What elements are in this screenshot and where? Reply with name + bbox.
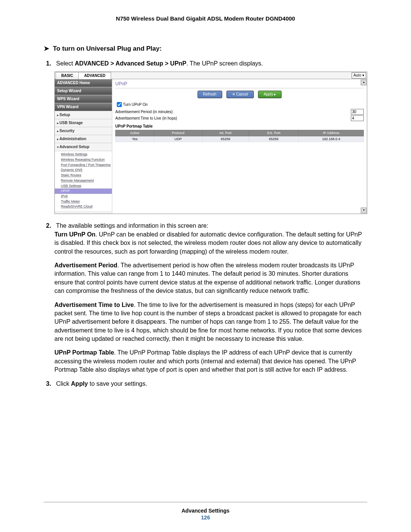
arrow-icon: ➤ [44,45,49,53]
step-number: 3. [46,380,54,388]
step-1: 1. Select ADVANCED > Advanced Setup > UP… [54,59,367,214]
router-ui-screenshot: BASIC ADVANCED Auto ▾ ADVANCED Home Setu… [54,72,367,214]
adv-ttl-term: Advertisement Time to Live [54,302,134,308]
th-protocol: Protocol [154,130,202,136]
tab-bar: BASIC ADVANCED Auto ▾ [55,72,367,79]
portmap-table: Active Protocol Int. Port Ext. Port IP A… [115,130,364,142]
portmap-title: UPnP Portmap Table [115,124,364,129]
adv-period-row: Advertisement Period (in minutes) [115,109,364,115]
subitem-dynamic-dns[interactable]: Dynamic DNS [61,168,112,173]
task-heading: ➤To turn on Universal Plug and Play: [44,45,367,53]
subitem-wireless-settings[interactable]: Wireless Settings [61,152,112,157]
turn-upnp-on-label: Turn UPnP On [123,102,148,107]
adv-ttl-row: Advertisement Time to Live (in hops) [115,115,364,121]
sidebar-wps-wizard[interactable]: WPS Wizard [55,95,112,103]
th-ext-port: Ext. Port [249,130,299,136]
step1-path: ADVANCED > Advanced Setup > UPnP [75,60,186,67]
step-number: 1. [46,59,54,68]
subitem-wireless-repeating[interactable]: Wireless Repeating Function [61,157,112,163]
task-heading-text: To turn on Universal Plug and Play: [53,45,162,52]
subitem-port-forwarding[interactable]: Port Forwarding / Port Triggering [61,163,112,168]
subitem-static-routes[interactable]: Static Routes [61,173,112,178]
sidebar-setup-wizard[interactable]: Setup Wizard [55,87,112,95]
sidebar-usb-storage[interactable]: USB Storage [55,119,112,127]
action-bar: Refresh ✕ Cancel Apply ▸ [115,88,364,101]
turn-upnp-on-desc: . UPnP can be enabled or disabled for au… [54,231,362,255]
turn-upnp-on-row: Turn UPnP On [115,101,364,109]
refresh-button[interactable]: Refresh [198,91,222,98]
sidebar-security[interactable]: Security [55,127,112,135]
step1-suffix: . The UPnP screen displays. [186,60,263,67]
step2-intro: The available settings and information i… [56,222,208,229]
adv-ttl-input[interactable] [351,115,364,121]
content-pane: ▴ ▾ UPnP Refresh ✕ Cancel Apply ▸ Turn U… [112,79,367,214]
step-2: 2. The available settings and informatio… [54,222,367,374]
turn-upnp-on-term: Turn UPnP On [54,231,96,238]
td-protocol: UDP [154,136,202,142]
subitem-usb-settings[interactable]: USB Settings [61,184,112,189]
sidebar-advanced-home[interactable]: ADVANCED Home [55,79,112,87]
tab-advanced[interactable]: ADVANCED [79,72,111,79]
adv-ttl-label: Advertisement Time to Live (in hops) [115,116,177,121]
th-int-port: Int. Port [202,130,249,136]
subitem-traffic-meter[interactable]: Traffic Meter [61,199,112,204]
turn-upnp-on-checkbox[interactable] [117,102,122,107]
adv-period-input[interactable] [351,109,364,115]
content-title: UPnP [115,80,364,88]
sidebar-advanced-setup[interactable]: Advanced Setup [55,143,112,151]
step-3: 3. Click Apply to save your settings. [54,380,367,388]
table-row: Yes UDP 65258 65258 192.168.0.4 [116,136,364,142]
portmap-term: UPnP Portmap Table [54,349,114,356]
apply-button[interactable]: Apply ▸ [258,91,282,98]
adv-period-term: Advertisement Period [54,262,117,268]
subitem-ipv6[interactable]: IPv6 [61,194,112,199]
subitem-readyshare[interactable]: ReadySHARE Cloud [61,204,112,209]
th-active: Active [116,130,154,136]
scroll-up-icon[interactable]: ▴ [361,80,366,85]
step-number: 2. [46,222,54,230]
sidebar-subitems: Wireless Settings Wireless Repeating Fun… [55,151,112,211]
sidebar-vpn-wizard[interactable]: VPN Wizard [55,103,112,111]
sidebar: ADVANCED Home Setup Wizard WPS Wizard VP… [55,79,112,214]
tab-basic[interactable]: BASIC [56,72,79,79]
auto-dropdown[interactable]: Auto ▾ [352,72,366,78]
step3-suffix: to save your settings. [88,380,147,387]
step3-apply: Apply [71,380,88,387]
adv-period-label: Advertisement Period (in minutes) [115,109,173,115]
cancel-button[interactable]: ✕ Cancel [226,91,254,98]
scroll-down-icon[interactable]: ▾ [361,208,366,213]
step3-prefix: Click [56,380,71,387]
td-active: Yes [116,136,154,142]
page-footer: Advanced Settings 126 [44,502,367,521]
footer-section: Advanced Settings [44,508,367,514]
step1-prefix: Select [56,60,75,67]
th-ip: IP Address [299,130,364,136]
td-int-port: 65258 [202,136,249,142]
subitem-upnp[interactable]: UPnP [55,189,112,194]
page-number: 126 [44,514,367,521]
td-ext-port: 65258 [249,136,299,142]
document-title: N750 Wireless Dual Band Gigabit ADSL Mod… [44,15,367,22]
td-ip: 192.168.0.4 [299,136,364,142]
sidebar-setup[interactable]: Setup [55,111,112,119]
subitem-remote-management[interactable]: Remote Management [61,178,112,184]
sidebar-administration[interactable]: Administration [55,135,112,143]
